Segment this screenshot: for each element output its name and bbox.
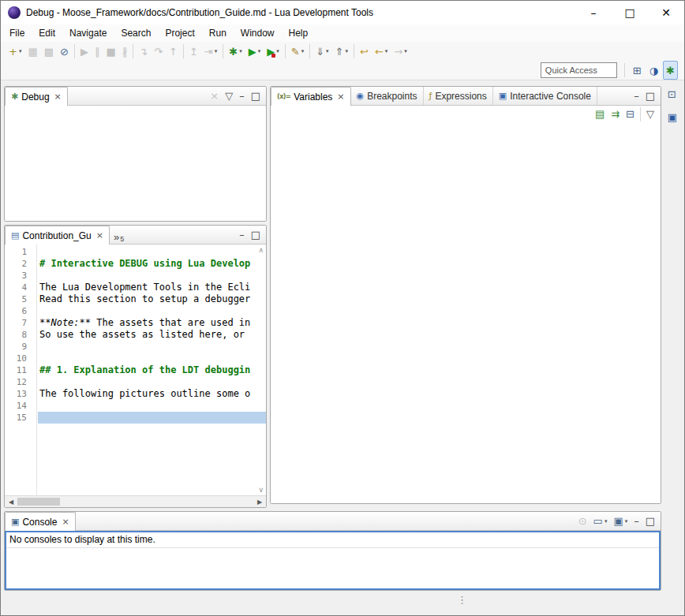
debug-icon[interactable]: ✱▾ (226, 42, 245, 61)
scroll-up-icon[interactable]: ∧ (258, 246, 264, 254)
open-perspective-icon[interactable]: ⊞ (630, 61, 645, 80)
restore-minimized-view-icon[interactable]: ⊡ (664, 84, 680, 103)
suspend-icon[interactable]: ∥ (92, 42, 103, 61)
drop-to-frame-icon[interactable]: ↥ (186, 42, 201, 61)
editor-line[interactable]: 15 (5, 412, 266, 424)
close-tab-icon[interactable]: × (62, 517, 69, 527)
editor-content[interactable]: 12# Interactive DEBUG using Lua Develop3… (5, 245, 266, 496)
remove-all-terminated-icon[interactable]: × (207, 87, 222, 106)
editor-line[interactable]: 11## 1. Explanation of the LDT debuggin (5, 364, 266, 376)
dropdown-arrow-icon[interactable]: ▾ (276, 48, 279, 54)
debug-view-content[interactable] (5, 106, 266, 221)
step-over-icon[interactable]: ↷ (151, 42, 166, 61)
minimize-icon[interactable]: – (236, 87, 248, 106)
close-tab-icon[interactable]: × (337, 91, 344, 102)
editor-line[interactable]: 7**Note:** The assets that are used in (5, 317, 266, 329)
minimize-window-button[interactable]: – (575, 1, 612, 24)
line-number[interactable]: 14 (5, 400, 38, 412)
minimize-icon[interactable]: – (631, 512, 642, 531)
debug-perspective-icon[interactable]: ✱ (663, 61, 678, 80)
line-number[interactable]: 1 (5, 246, 38, 258)
line-number[interactable]: 7 (5, 317, 38, 329)
step-into-icon[interactable]: ↴ (136, 42, 151, 61)
external-tools-icon[interactable]: ▶▾ (264, 42, 283, 61)
editor-line[interactable]: 9 (5, 341, 266, 353)
tab-variables[interactable]: (x)=Variables× (271, 87, 351, 106)
menu-search[interactable]: Search (114, 25, 158, 41)
editor-line[interactable]: 8So use the assets as listed here, or (5, 329, 266, 341)
open-console-icon[interactable]: ▣▾ (610, 512, 631, 531)
dropdown-arrow-icon[interactable]: ▾ (404, 48, 407, 54)
show-type-names-icon[interactable]: ▤ (592, 105, 608, 124)
scroll-left-icon[interactable]: ◀ (5, 498, 17, 506)
dropdown-arrow-icon[interactable]: ▾ (19, 48, 22, 54)
console-content[interactable]: No consoles to display at this time. (5, 531, 661, 590)
editor-tab-overflow[interactable]: » 5 (110, 226, 128, 244)
previous-annotation-icon[interactable]: ⇑▾ (332, 42, 351, 61)
editor-line[interactable]: 3 (5, 270, 266, 282)
menu-edit[interactable]: Edit (32, 25, 62, 41)
skip-all-breakpoints-icon[interactable]: ⊘ (57, 42, 72, 61)
back-icon[interactable]: ←▾ (372, 42, 391, 61)
save-all-icon[interactable]: ▩ (41, 42, 57, 61)
menu-navigate[interactable]: Navigate (62, 25, 114, 41)
dropdown-arrow-icon[interactable]: ▾ (326, 48, 329, 54)
scrollbar-track[interactable] (17, 498, 253, 506)
line-number[interactable]: 11 (5, 364, 38, 376)
line-number[interactable]: 15 (5, 412, 38, 424)
resume-icon[interactable]: ▶ (77, 42, 92, 61)
title-bar[interactable]: Debug - Moose_Framework/docs/Contributio… (1, 1, 684, 24)
dropdown-arrow-icon[interactable]: ▾ (345, 48, 348, 54)
view-menu-icon[interactable]: ▽ (643, 105, 657, 124)
disconnect-icon[interactable]: ∦ (119, 42, 131, 61)
minimize-icon[interactable]: – (631, 87, 642, 106)
line-number[interactable]: 2 (5, 258, 38, 270)
dropdown-arrow-icon[interactable]: ▾ (215, 48, 218, 54)
maximize-icon[interactable]: □ (248, 226, 264, 245)
menu-file[interactable]: File (2, 25, 32, 41)
horizontal-scrollbar[interactable]: ◀ ▶ (5, 495, 266, 507)
editor-line[interactable]: 10 (5, 353, 266, 364)
dropdown-arrow-icon[interactable]: ▾ (625, 518, 628, 525)
tab-breakpoints[interactable]: ◉Breakpoints (351, 87, 424, 105)
menu-window[interactable]: Window (234, 25, 282, 41)
scrollbar-thumb[interactable] (17, 498, 60, 506)
line-number[interactable]: 5 (5, 293, 38, 305)
dropdown-arrow-icon[interactable]: ▾ (605, 518, 608, 525)
view-menu-icon[interactable]: ▽ (222, 87, 236, 106)
minimized-view-icon[interactable]: ▣ (664, 107, 680, 126)
variables-content[interactable] (271, 122, 661, 503)
editor-line[interactable]: 5Read this section to setup a debugger (5, 293, 266, 305)
tab-debug[interactable]: ✱ Debug × (5, 87, 68, 106)
show-logical-structures-icon[interactable]: ⇉ (608, 105, 623, 124)
forward-icon[interactable]: →▾ (391, 42, 410, 61)
editor-line[interactable]: 14 (5, 400, 266, 412)
line-number[interactable]: 10 (5, 353, 38, 364)
tab-console[interactable]: ▣ Console × (5, 512, 76, 531)
save-icon[interactable]: ▦ (24, 42, 40, 61)
editor-line[interactable]: 4The Lua Development Tools in the Ecli (5, 282, 266, 293)
scroll-down-icon[interactable]: ∨ (258, 486, 264, 494)
close-tab-icon[interactable]: × (54, 91, 62, 102)
dropdown-arrow-icon[interactable]: ▾ (258, 48, 261, 54)
line-number[interactable]: 12 (5, 376, 38, 388)
dropdown-arrow-icon[interactable]: ▾ (301, 48, 305, 54)
line-number[interactable]: 8 (5, 329, 38, 341)
step-return-icon[interactable]: ↑ (166, 42, 181, 61)
tab-contribution-guide[interactable]: ▤ Contribution_Gu × (5, 226, 110, 245)
maximize-icon[interactable]: □ (642, 87, 658, 106)
close-window-button[interactable]: ✕ (648, 1, 684, 24)
line-number[interactable]: 9 (5, 341, 38, 353)
maximize-window-button[interactable]: □ (612, 1, 648, 24)
editor-line[interactable]: 13The following pictures outline some o (5, 388, 266, 400)
line-number[interactable]: 3 (5, 270, 38, 282)
tab-expressions[interactable]: ƒExpressions (424, 87, 493, 105)
last-edit-location-icon[interactable]: ↩ (357, 42, 372, 61)
run-icon[interactable]: ▶▾ (245, 42, 264, 61)
menu-run[interactable]: Run (202, 25, 234, 41)
collapse-all-icon[interactable]: ⊟ (623, 105, 638, 124)
next-annotation-icon[interactable]: ⇓▾ (313, 42, 331, 61)
lua-perspective-icon[interactable]: ◑ (646, 61, 661, 80)
editor-line[interactable]: 6 (5, 305, 266, 317)
close-tab-icon[interactable]: × (96, 230, 103, 241)
